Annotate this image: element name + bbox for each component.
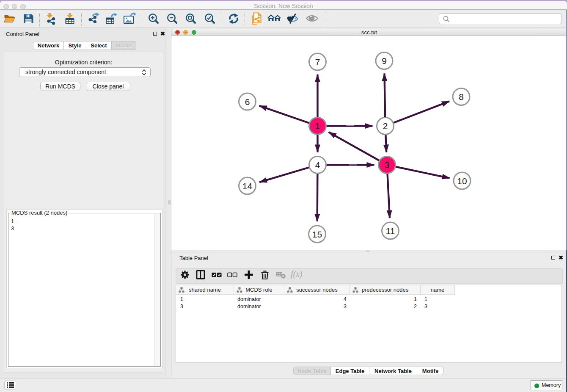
svg-text:3: 3: [385, 160, 390, 170]
svg-text:15: 15: [312, 229, 322, 239]
svg-text:9: 9: [382, 56, 387, 66]
svg-text:11: 11: [386, 226, 395, 236]
svg-text:1: 1: [315, 121, 320, 131]
svg-text:14: 14: [242, 181, 253, 191]
svg-text:4: 4: [315, 160, 320, 170]
svg-text:6: 6: [245, 97, 250, 107]
svg-text:2: 2: [383, 121, 388, 131]
svg-text:7: 7: [315, 57, 320, 67]
svg-text:10: 10: [457, 176, 467, 186]
svg-text:8: 8: [459, 92, 464, 102]
